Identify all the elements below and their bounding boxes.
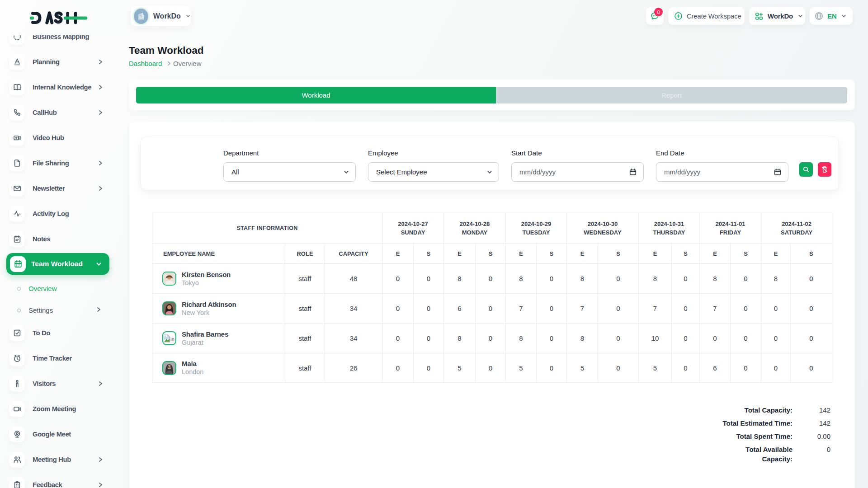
svg-text:in: in [170,337,175,342]
